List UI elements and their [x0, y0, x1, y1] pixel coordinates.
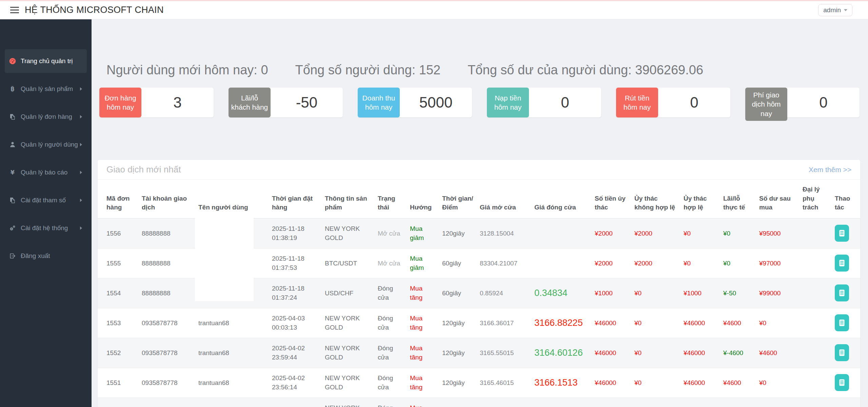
sidebar-item-label: Trang chủ quản trị [21, 57, 83, 65]
open-cell: 3128.15004 [477, 218, 532, 248]
sidebar-item-logout[interactable]: Đăng xuất [5, 244, 87, 268]
col-id: Mã đơn hàng [98, 180, 139, 218]
redacted-username-overlay [195, 218, 254, 301]
amt-cell [592, 397, 632, 407]
product-cell: NEW YORK GOLD [322, 338, 375, 368]
sidebar-item-gears[interactable]: Cài đặt hệ thống [5, 216, 87, 240]
chevron-right-icon [80, 226, 82, 230]
id-cell [98, 397, 139, 407]
view-order-button[interactable] [835, 314, 849, 331]
bal-cell: ¥97000 [756, 248, 800, 278]
action-cell [832, 278, 860, 308]
latest-transactions-panel: Giao dịch mới nhất Xem thêm >> Mã đơn hà… [98, 160, 860, 407]
time-cell: 2025-04-0300:03:13 [269, 308, 322, 338]
sidebar-item-orders[interactable]: Quản lý đơn hàng [5, 105, 87, 129]
pnl-cell: ¥0 [721, 248, 756, 278]
user-cell: trantuan68 [196, 368, 269, 397]
status-cell: Đóng cửa [375, 397, 407, 407]
sidebar-item-user[interactable]: Quản lý người dùng [5, 133, 87, 156]
view-order-button[interactable] [835, 255, 849, 272]
sidebar-item-label: Đăng xuất [21, 252, 83, 260]
logout-icon [9, 252, 16, 260]
bal-cell: ¥99000 [756, 278, 800, 308]
panel-header: Giao dịch mới nhất Xem thêm >> [98, 160, 860, 180]
open-cell: 3165.46015 [477, 368, 532, 397]
open-cell: 3165.55015 [477, 338, 532, 368]
stat-card: Lãi/lỗ khách hàng-50 [229, 88, 343, 117]
col-agent: Đại lý phụ trách [800, 180, 832, 218]
val-cell: ¥46000 [681, 368, 721, 397]
view-order-button[interactable] [835, 374, 849, 391]
time-cell: 2025-11-1801:38:19 [269, 218, 322, 248]
app-title: HỆ THỐNG MICROSOFT CHAIN [25, 5, 164, 15]
open-cell: 0.85924 [477, 278, 532, 308]
dir-cell: Mua tăng [407, 308, 439, 338]
stat-cards: Đơn hàng hôm nay3Lãi/lỗ khách hàng-50Doa… [99, 88, 860, 117]
sidebar-item-yen[interactable]: ¥Quản lý báo cáo [5, 161, 87, 184]
table-row: 15520935878778trantuan682025-04-0223:59:… [98, 338, 860, 368]
val-cell: ¥1000 [681, 278, 721, 308]
inv-cell: ¥0 [632, 278, 681, 308]
sidebar-item-bitcoin[interactable]: BQuản lý sản phẩm [5, 77, 87, 101]
table-row: 15530935878778trantuan682025-04-0300:03:… [98, 308, 860, 338]
account-cell: 0935878778 [139, 308, 196, 338]
dir-cell: Mua tăng [407, 278, 439, 308]
col-open: Giá mở cửa [477, 180, 532, 218]
col-time: Thời gian đặt hàng [269, 180, 322, 218]
dur-cell [439, 397, 477, 407]
id-cell: 1551 [98, 368, 139, 397]
view-order-button[interactable] [835, 284, 849, 301]
user-menu-button[interactable]: admin [818, 4, 852, 16]
product-cell: NEW YORK GOLD [322, 218, 375, 248]
dashboard-icon [9, 57, 16, 65]
col-status: Trạng thái [375, 180, 407, 218]
bal-cell: ¥0 [756, 368, 800, 397]
col-close: Giá đóng cửa [532, 180, 592, 218]
agent-cell [800, 218, 832, 248]
amt-cell: ¥46000 [592, 338, 632, 368]
col-val: Ủy thác hợp lệ [681, 180, 721, 218]
stat-card: Phí giao dịch hôm nay0 [745, 88, 860, 117]
stat-card-label: Phí giao dịch hôm nay [745, 88, 787, 121]
table-row: 2025-04-02NEW YORK GOLDĐóng cửaMua tăng [98, 397, 860, 407]
sidebar-item-label: Quản lý đơn hàng [21, 113, 80, 121]
main-content: Người dùng mới hôm nay: 0Tổng số người d… [92, 19, 868, 407]
col-dir: Hướng [407, 180, 439, 218]
open-cell: 83304.21007 [477, 248, 532, 278]
stat-card-label: Doanh thu hôm nay [358, 88, 400, 117]
view-order-button[interactable] [835, 225, 849, 242]
inv-cell: ¥0 [632, 308, 681, 338]
sidebar-item-label: Quản lý người dùng [21, 141, 80, 148]
dur-cell: 120giây [439, 308, 477, 338]
agent-cell [800, 248, 832, 278]
product-cell: USD/CHF [322, 278, 375, 308]
sidebar-item-label: Quản lý sản phẩm [21, 85, 80, 93]
id-cell: 1553 [98, 308, 139, 338]
account-cell [139, 397, 196, 407]
id-cell: 1552 [98, 338, 139, 368]
time-cell: 2025-11-1801:37:24 [269, 278, 322, 308]
bal-cell [756, 397, 800, 407]
dur-cell: 120giây [439, 218, 477, 248]
sidebar-item-dashboard[interactable]: Trang chủ quản trị [5, 49, 87, 73]
dur-cell: 120giây [439, 368, 477, 397]
id-cell: 1556 [98, 218, 139, 248]
view-more-link[interactable]: Xem thêm >> [809, 166, 851, 174]
headline-stat: Tổng số người dùng: 152 [295, 63, 441, 77]
headline-stats: Người dùng mới hôm nay: 0Tổng số người d… [106, 63, 860, 77]
dir-cell: Mua giảm [407, 248, 439, 278]
chevron-right-icon [80, 199, 82, 202]
col-product: Thông tin sản phẩm [322, 180, 375, 218]
sidebar-item-params[interactable]: Cài đặt tham số [5, 188, 87, 212]
bal-cell: ¥0 [756, 308, 800, 338]
chevron-right-icon [80, 115, 82, 118]
svg-text:B: B [11, 86, 15, 92]
stat-card-value: -50 [271, 88, 343, 117]
dir-cell: Mua tăng [407, 338, 439, 368]
menu-toggle-icon[interactable] [10, 7, 19, 14]
action-cell [832, 368, 860, 397]
chevron-right-icon [80, 171, 82, 174]
view-order-button[interactable] [835, 344, 849, 361]
chevron-right-icon [80, 143, 82, 146]
stat-card-value: 5000 [400, 88, 472, 117]
